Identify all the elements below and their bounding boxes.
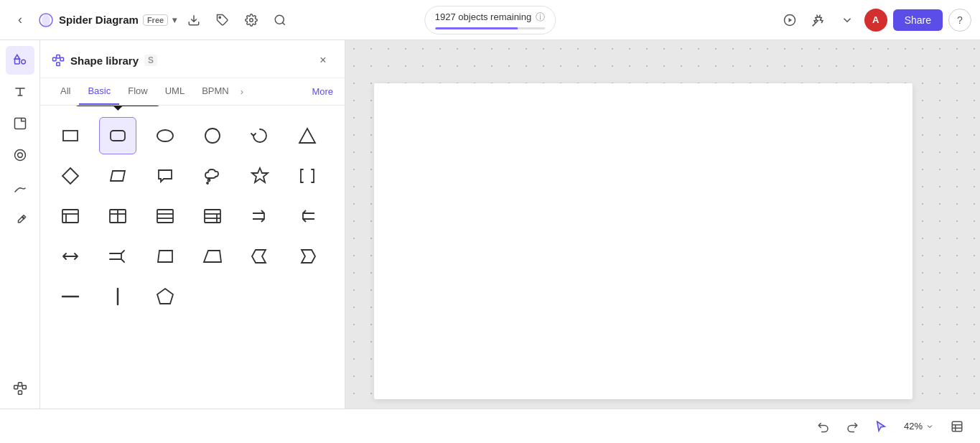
shape-list-right[interactable] (146, 197, 184, 235)
svg-point-7 (21, 60, 25, 64)
avatar[interactable]: A (864, 9, 887, 32)
svg-rect-17 (60, 57, 64, 61)
search-button[interactable] (269, 9, 291, 32)
svg-point-9 (14, 150, 25, 161)
share-button[interactable]: Share (893, 9, 943, 31)
gear-icon (245, 14, 258, 27)
shape-rounded-rectangle[interactable]: Rounded rectangle (99, 117, 136, 154)
undo-button[interactable] (812, 415, 835, 438)
zoom-indicator[interactable]: 42% (898, 418, 940, 434)
shapes-icon (13, 53, 27, 67)
zoom-chevron-icon (925, 422, 934, 431)
svg-rect-14 (18, 391, 22, 394)
pen-icon (13, 211, 27, 225)
tool-text-button[interactable] (6, 78, 34, 106)
shape-chevron-left[interactable] (241, 238, 279, 275)
redo-button[interactable] (841, 415, 864, 438)
help-button[interactable]: ? (948, 9, 971, 32)
svg-rect-35 (157, 210, 173, 223)
tag-button[interactable] (211, 9, 234, 32)
topbar-left: ‹ Spider Diagram Free ▾ (9, 9, 773, 32)
settings-button[interactable] (240, 9, 263, 32)
shape-rectangle[interactable] (52, 117, 89, 154)
back-button[interactable]: ‹ (9, 9, 32, 32)
shape-arrow-right-outline[interactable] (241, 197, 279, 235)
close-panel-button[interactable]: × (313, 50, 333, 70)
app-logo: Spider Diagram Free ▾ (37, 11, 177, 29)
shape-line-h[interactable] (52, 278, 89, 315)
svg-rect-15 (53, 57, 57, 61)
tag-icon (216, 14, 229, 27)
svg-point-27 (207, 182, 208, 184)
shape-oval[interactable] (146, 117, 184, 154)
tool-shapes-button[interactable] (6, 46, 34, 75)
tool-draw-button[interactable] (6, 172, 34, 201)
objects-remaining-text: 1927 objects remaining (435, 11, 531, 22)
svg-point-26 (208, 179, 210, 182)
svg-marker-45 (302, 250, 315, 263)
shape-list-left[interactable] (52, 197, 89, 235)
tab-uml[interactable]: UML (157, 78, 193, 105)
tool-pen-button[interactable] (6, 204, 34, 233)
progress-bar-fill (435, 27, 518, 29)
tool-sticky-button[interactable] (6, 109, 34, 138)
book-button[interactable] (946, 415, 969, 438)
shape-speech-bubble[interactable] (146, 157, 184, 195)
free-badge: Free (143, 14, 168, 26)
svg-point-2 (250, 18, 253, 22)
shape-arrow-both[interactable] (52, 238, 89, 275)
shape-list-center[interactable] (99, 197, 136, 235)
tab-bpmn[interactable]: BPMN (193, 78, 238, 105)
tabs-chevron-icon[interactable]: › (238, 79, 246, 104)
info-icon[interactable]: ⓘ (536, 11, 545, 24)
shape-arrow-left-outline[interactable] (289, 197, 326, 235)
download-button[interactable] (182, 9, 205, 32)
tools-sidebar (0, 40, 40, 409)
shape-thought-bubble[interactable] (194, 157, 231, 195)
svg-rect-29 (62, 210, 78, 223)
tab-all[interactable]: All (52, 78, 79, 105)
app-chevron-icon[interactable]: ▾ (172, 15, 177, 25)
shape-library-panel: Shape library S × All Basic Flow UML BPM… (40, 40, 345, 409)
topbar: ‹ Spider Diagram Free ▾ (0, 0, 980, 40)
svg-rect-20 (111, 131, 125, 141)
svg-point-10 (17, 153, 22, 158)
tooltip-rounded-rectangle: Rounded rectangle (74, 106, 161, 106)
shape-arrow-right2[interactable] (99, 238, 136, 275)
svg-rect-8 (14, 118, 25, 129)
shape-trapezoid[interactable] (194, 238, 231, 275)
svg-marker-23 (299, 129, 315, 143)
canvas-area[interactable] (345, 40, 980, 409)
svg-marker-28 (252, 168, 268, 182)
shape-bracket[interactable] (289, 157, 326, 195)
pointer-button[interactable] (869, 415, 892, 438)
celebrate-button[interactable] (807, 9, 830, 32)
shape-triangle[interactable] (289, 117, 326, 154)
text-icon (13, 85, 27, 99)
tool-frame-button[interactable] (6, 141, 34, 169)
svg-marker-48 (157, 289, 173, 304)
search-icon (274, 14, 286, 27)
shape-diamond[interactable] (52, 157, 89, 195)
tool-component-button[interactable] (6, 374, 34, 403)
tab-flow[interactable]: Flow (119, 78, 156, 105)
shape-circle[interactable] (194, 117, 231, 154)
shape-chevron-right[interactable] (289, 238, 326, 275)
shape-line-v[interactable] (99, 278, 136, 315)
panel-title-text: Shape library (70, 55, 139, 67)
tabs-more-button[interactable]: More (312, 79, 333, 104)
svg-marker-42 (158, 251, 172, 262)
shape-parallelogram[interactable] (99, 157, 136, 195)
tab-basic[interactable]: Basic (79, 78, 119, 105)
panel-shortcut: S (144, 55, 157, 66)
svg-marker-5 (788, 18, 792, 22)
objects-remaining-pill: 1927 objects remaining ⓘ (424, 6, 556, 34)
shape-trapezoid-left[interactable] (146, 238, 184, 275)
progress-bar-container (435, 27, 545, 29)
shape-list-right2[interactable] (194, 197, 231, 235)
chevron-menu-button[interactable] (836, 9, 859, 32)
shape-star[interactable] (241, 157, 279, 195)
play-button[interactable] (778, 9, 801, 32)
shape-pentagon[interactable] (146, 278, 184, 315)
shape-arrow-circular[interactable] (241, 117, 279, 154)
